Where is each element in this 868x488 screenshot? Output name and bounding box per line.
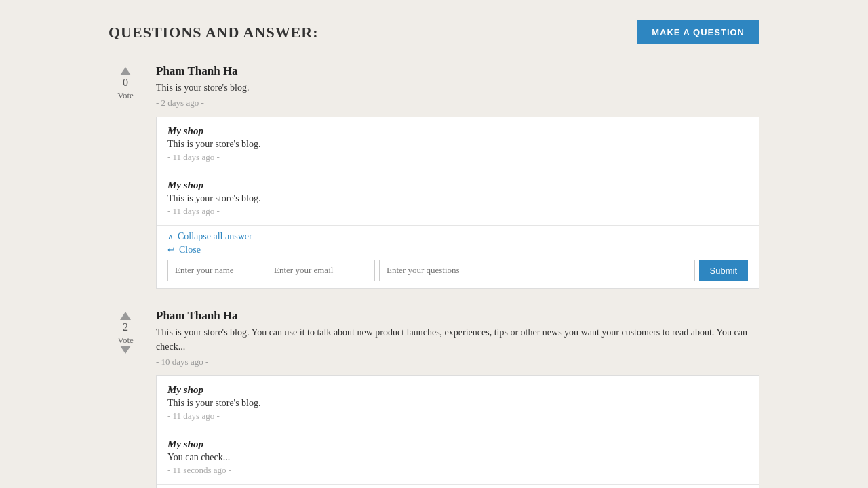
answer-item-2-1: My shop This is your store's blog. - 11 … xyxy=(157,376,759,430)
chevron-up-icon-1: ∧ xyxy=(167,232,174,242)
vote-down-arrow-2[interactable] xyxy=(120,346,131,354)
reply-form-1: Submit xyxy=(167,260,748,281)
answer-text-1-1: This is your store's blog. xyxy=(167,139,748,150)
reply-name-input-1[interactable] xyxy=(167,260,262,281)
answers-box-1: My shop This is your store's blog. - 11 … xyxy=(156,117,760,289)
make-question-button[interactable]: MAKE A QUESTION xyxy=(637,20,760,44)
answer-shop-2-1: My shop xyxy=(167,384,748,396)
vote-section-1: 0 Vote xyxy=(108,67,142,101)
answers-box-2: My shop This is your store's blog. - 11 … xyxy=(156,375,760,488)
vote-label-1: Vote xyxy=(117,90,134,101)
question-content-1: Pham Thanh Ha This is your store's blog.… xyxy=(156,64,760,296)
answer-date-2-1: - 11 days ago - xyxy=(167,411,748,422)
question-author-1: Pham Thanh Ha xyxy=(156,64,760,78)
page-header: QUESTIONS AND ANSWER: MAKE A QUESTION xyxy=(108,14,760,44)
question-text-1: This is your store's blog. xyxy=(156,81,760,95)
question-author-2: Pham Thanh Ha xyxy=(156,309,760,323)
vote-label-2: Vote xyxy=(117,335,134,346)
answer-date-1-2: - 11 days ago - xyxy=(167,206,748,217)
vote-count-1: 0 xyxy=(123,77,128,89)
question-date-1: - 2 days ago - xyxy=(156,98,760,108)
question-content-2: Pham Thanh Ha This is your store's blog.… xyxy=(156,309,760,488)
actions-row-1: ∧ Collapse all answer ↩ Close Submit xyxy=(157,226,759,288)
answer-item-2-2: My shop You can check... - 11 seconds ag… xyxy=(157,430,759,485)
answer-shop-1-1: My shop xyxy=(167,125,748,137)
vote-up-arrow-2[interactable] xyxy=(120,312,131,320)
actions-row-2: ∧ Collapse all answer ↩ Reply xyxy=(157,485,759,488)
page-container: QUESTIONS AND ANSWER: MAKE A QUESTION 0 … xyxy=(0,0,868,488)
answer-text-1-2: This is your store's blog. xyxy=(167,193,748,204)
submit-button-1[interactable]: Submit xyxy=(699,260,748,281)
question-text-2: This is your store's blog. You can use i… xyxy=(156,325,760,354)
answer-text-2-2: You can check... xyxy=(167,452,748,463)
collapse-all-link-1[interactable]: ∧ Collapse all answer xyxy=(167,231,748,242)
answer-item-1-2: My shop This is your store's blog. - 11 … xyxy=(157,171,759,226)
answer-shop-2-2: My shop xyxy=(167,439,748,450)
vote-up-arrow-1[interactable] xyxy=(120,67,131,75)
close-link-1[interactable]: ↩ Close xyxy=(167,245,748,256)
reply-question-input-1[interactable] xyxy=(379,260,695,281)
page-title: QUESTIONS AND ANSWER: xyxy=(108,24,319,41)
answer-date-2-2: - 11 seconds ago - xyxy=(167,465,748,476)
reply-email-input-1[interactable] xyxy=(267,260,375,281)
answer-date-1-1: - 11 days ago - xyxy=(167,152,748,163)
vote-section-2: 2 Vote xyxy=(108,312,142,354)
vote-count-2: 2 xyxy=(123,321,128,333)
answer-shop-1-2: My shop xyxy=(167,180,748,191)
answer-item-1-1: My shop This is your store's blog. - 11 … xyxy=(157,117,759,171)
answer-text-2-1: This is your store's blog. xyxy=(167,398,748,409)
reply-icon-1: ↩ xyxy=(167,245,175,256)
question-block-1: 0 Vote Pham Thanh Ha This is your store'… xyxy=(108,64,760,296)
question-block-2: 2 Vote Pham Thanh Ha This is your store'… xyxy=(108,309,760,488)
question-date-2: - 10 days ago - xyxy=(156,357,760,367)
